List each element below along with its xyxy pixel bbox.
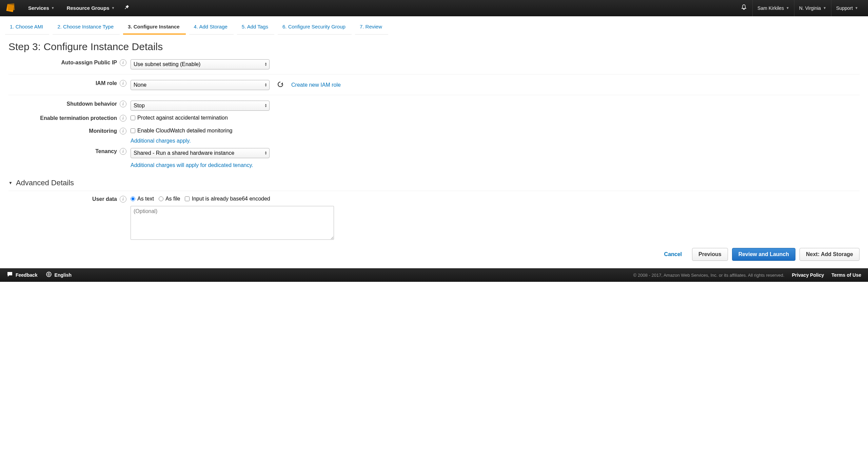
user-data-textarea[interactable]	[131, 206, 334, 240]
monitoring-checkbox[interactable]	[131, 128, 135, 133]
term-protect-check-label: Protect against accidental termination	[137, 115, 228, 121]
auto-assign-ip-value: Use subnet setting (Enable)	[134, 61, 200, 67]
tab-add-storage[interactable]: 4. Add Storage	[189, 20, 234, 35]
info-icon[interactable]: i	[120, 59, 126, 66]
region-menu[interactable]: N. Virginia ▼	[794, 0, 831, 16]
info-icon[interactable]: i	[120, 101, 126, 107]
info-icon[interactable]: i	[120, 148, 126, 155]
row-tenancy: Tenancy i Shared - Run a shared hardware…	[8, 146, 860, 170]
chevron-down-icon: ▼	[51, 6, 55, 10]
row-user-data: User data i As text As file Input is alr…	[8, 194, 860, 242]
page-title: Step 3: Configure Instance Details	[8, 41, 860, 52]
tab-choose-ami[interactable]: 1. Choose AMI	[5, 20, 49, 35]
support-menu[interactable]: Support ▼	[831, 0, 863, 16]
user-data-as-text-radio[interactable]	[131, 196, 135, 201]
cancel-button[interactable]: Cancel	[658, 248, 688, 261]
tenancy-select[interactable]: Shared - Run a shared hardware instance …	[131, 148, 270, 158]
tenancy-label: Tenancy	[95, 148, 117, 154]
top-nav-right: Sam Kirkiles ▼ N. Virginia ▼ Support ▼	[735, 0, 863, 16]
row-shutdown: Shutdown behavior i Stop ▲▼	[8, 99, 860, 113]
pin-icon[interactable]	[124, 4, 130, 12]
services-label: Services	[28, 5, 49, 11]
resource-groups-label: Resource Groups	[67, 5, 110, 11]
monitoring-note-link[interactable]: Additional charges apply.	[131, 138, 191, 144]
stepper-icon: ▲▼	[264, 62, 267, 66]
auto-assign-ip-label: Auto-assign Public IP	[61, 60, 117, 66]
footer-buttons: Cancel Previous Review and Launch Next: …	[0, 242, 868, 268]
svg-rect-1	[7, 3, 15, 10]
iam-role-label: IAM role	[96, 80, 117, 86]
top-nav-left: Services ▼ Resource Groups ▼	[5, 0, 130, 16]
row-monitoring: Monitoring i Enable CloudWatch detailed …	[8, 126, 860, 146]
chevron-down-icon: ▼	[112, 6, 115, 10]
services-menu[interactable]: Services ▼	[22, 0, 61, 16]
user-data-as-text-label: As text	[137, 196, 154, 202]
bell-icon[interactable]	[735, 4, 752, 12]
globe-icon	[46, 271, 52, 279]
user-data-label: User data	[92, 196, 117, 202]
info-icon[interactable]: i	[120, 128, 126, 134]
user-label: Sam Kirkiles	[757, 5, 784, 11]
info-icon[interactable]: i	[120, 196, 126, 203]
wizard-tabs: 1. Choose AMI 2. Choose Instance Type 3.…	[0, 16, 868, 35]
stepper-icon: ▲▼	[264, 104, 267, 108]
user-data-as-file-label: As file	[165, 196, 180, 202]
region-label: N. Virginia	[799, 5, 821, 11]
iam-role-value: None	[134, 82, 146, 88]
stepper-icon: ▲▼	[264, 151, 267, 155]
iam-role-select[interactable]: None ▲▼	[131, 80, 270, 90]
language-label: English	[55, 272, 72, 278]
tab-add-tags[interactable]: 5. Add Tags	[237, 20, 274, 35]
shutdown-value: Stop	[134, 103, 145, 109]
top-nav: Services ▼ Resource Groups ▼ Sam Kirkile…	[0, 0, 868, 16]
chevron-down-icon: ▼	[786, 6, 789, 10]
auto-assign-ip-select[interactable]: Use subnet setting (Enable) ▲▼	[131, 59, 270, 69]
support-label: Support	[836, 5, 853, 11]
row-iam-role: IAM role i None ▲▼ Create new IAM role	[8, 78, 860, 95]
refresh-icon[interactable]	[277, 81, 284, 89]
info-icon[interactable]: i	[120, 115, 126, 122]
advanced-details-title: Advanced Details	[16, 178, 74, 187]
tab-configure-instance[interactable]: 3. Configure Instance	[123, 20, 186, 35]
monitoring-label: Monitoring	[89, 128, 117, 134]
copyright-text: © 2008 - 2017, Amazon Web Services, Inc.…	[633, 273, 785, 278]
term-protect-label: Enable termination protection	[40, 115, 117, 121]
user-data-as-file-radio[interactable]	[159, 196, 163, 201]
shutdown-label: Shutdown behavior	[67, 101, 117, 107]
user-data-base64-label: Input is already base64 encoded	[192, 196, 270, 202]
user-data-base64-checkbox[interactable]	[185, 196, 190, 201]
triangle-down-icon: ▼	[8, 181, 13, 185]
review-launch-button[interactable]: Review and Launch	[732, 248, 795, 261]
language-link[interactable]: English	[46, 271, 72, 279]
row-auto-assign-ip: Auto-assign Public IP i Use subnet setti…	[8, 57, 860, 75]
terms-link[interactable]: Terms of Use	[831, 272, 861, 278]
user-menu[interactable]: Sam Kirkiles ▼	[752, 0, 794, 16]
monitoring-check-label: Enable CloudWatch detailed monitoring	[137, 128, 232, 134]
stepper-icon: ▲▼	[264, 83, 267, 87]
privacy-link[interactable]: Privacy Policy	[792, 272, 824, 278]
page-content: Step 3: Configure Instance Details Auto-…	[0, 35, 868, 242]
info-icon[interactable]: i	[120, 80, 126, 87]
create-iam-role-link[interactable]: Create new IAM role	[291, 82, 341, 88]
advanced-details-toggle[interactable]: ▼ Advanced Details	[8, 178, 860, 191]
resource-groups-menu[interactable]: Resource Groups ▼	[61, 0, 121, 16]
aws-logo-icon[interactable]	[5, 3, 15, 13]
row-termination-protection: Enable termination protection i Protect …	[8, 113, 860, 126]
tab-review[interactable]: 7. Review	[355, 20, 388, 35]
tenancy-value: Shared - Run a shared hardware instance	[134, 150, 234, 156]
feedback-link[interactable]: Feedback	[7, 271, 38, 279]
feedback-label: Feedback	[16, 272, 38, 278]
tenancy-note-link[interactable]: Additional charges will apply for dedica…	[131, 162, 253, 168]
tab-choose-instance-type[interactable]: 2. Choose Instance Type	[53, 20, 120, 35]
chevron-down-icon: ▼	[823, 6, 826, 10]
previous-button[interactable]: Previous	[692, 248, 728, 261]
speech-bubble-icon	[7, 271, 13, 279]
bottom-footer: Feedback English © 2008 - 2017, Amazon W…	[0, 268, 868, 282]
next-button[interactable]: Next: Add Storage	[800, 248, 860, 261]
tab-security-group[interactable]: 6. Configure Security Group	[278, 20, 352, 35]
chevron-down-icon: ▼	[855, 6, 858, 10]
shutdown-select[interactable]: Stop ▲▼	[131, 101, 270, 111]
term-protect-checkbox[interactable]	[131, 115, 135, 120]
